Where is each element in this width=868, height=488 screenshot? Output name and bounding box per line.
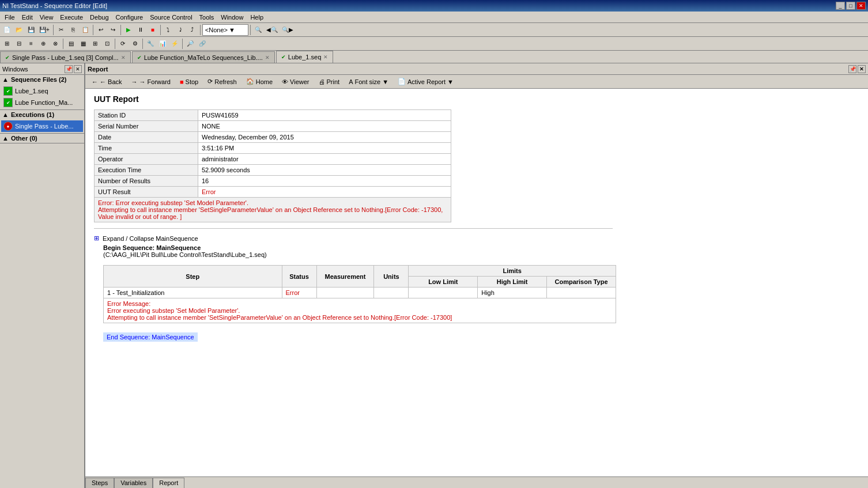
tab-lube-function-icon: ✔ (137, 55, 142, 60)
tab-lube1-close[interactable]: ✕ (323, 54, 328, 60)
seq-file-lube-function[interactable]: ✔ Lube Function_Ma... (1, 97, 83, 108)
report-pin-button[interactable]: 📌 (848, 65, 856, 73)
menu-configure[interactable]: Configure (112, 13, 147, 22)
toolbar-1: 📄 📂 💾 💾+ ✂ ⎘ 📋 ↩ ↪ ▶ ⏸ ■ ⤵ ⤸ ⤴ <None> ▼ … (0, 23, 868, 37)
toolbar2-btn11[interactable]: ⚙ (129, 38, 141, 50)
toolbar2-btn8[interactable]: ⊞ (89, 38, 101, 50)
paste-button[interactable]: 📋 (80, 24, 91, 36)
menu-file[interactable]: File (1, 13, 18, 22)
forward-arrow-icon: → (131, 78, 138, 85)
refresh-button[interactable]: ⟳ Refresh (203, 76, 241, 88)
execution-type-dropdown[interactable]: <None> ▼ (202, 24, 248, 36)
title-bar-controls[interactable]: _ □ ✕ (836, 2, 866, 10)
toolbar2-btn16[interactable]: 🔗 (197, 38, 208, 50)
toolbar2-btn12[interactable]: 🔧 (145, 38, 156, 50)
run-button[interactable]: ▶ (123, 24, 134, 36)
toolbar2-btn13[interactable]: 📊 (157, 38, 168, 50)
toolbar2-btn7[interactable]: ▦ (77, 38, 89, 50)
table-row-num-results: Number of Results 16 (95, 176, 451, 187)
toolbar2-btn5[interactable]: ⊗ (50, 38, 61, 50)
step-in-button[interactable]: ⤵ (163, 24, 174, 36)
tab-single-pass-close[interactable]: ✕ (121, 55, 126, 60)
find-next-button[interactable]: 🔍▶ (280, 24, 295, 36)
table-row-uut-result: UUT Result Error (95, 187, 451, 198)
executions-header[interactable]: ▲ Executions (1) (0, 110, 84, 119)
executions-content: ● Single Pass - Lube... (0, 119, 84, 133)
menu-window[interactable]: Window (217, 13, 247, 22)
find-button[interactable]: 🔍 (252, 24, 264, 36)
menu-view[interactable]: View (36, 13, 57, 22)
menu-tools[interactable]: Tools (196, 13, 218, 22)
menu-edit[interactable]: Edit (18, 13, 36, 22)
step-high-limit-test-init: High (478, 287, 547, 298)
new-button[interactable]: 📄 (1, 24, 13, 36)
insert-step-button[interactable]: ⊞ (1, 38, 13, 50)
step-out-button[interactable]: ⤴ (187, 24, 198, 36)
expand-collapse-button[interactable]: ⊞ (94, 234, 99, 242)
open-button[interactable]: 📂 (13, 24, 25, 36)
font-size-arrow-icon: ▼ (382, 78, 388, 85)
home-button[interactable]: 🏠 Home (242, 76, 277, 88)
sequence-files-content: ✔ Lube_1.seq ✔ Lube Function_Ma... (0, 84, 84, 109)
error-message-line2: Attempting to call instance member 'SetS… (98, 206, 447, 220)
error-message-label: Error Message: (107, 300, 150, 307)
step-over-button[interactable]: ⤸ (175, 24, 186, 36)
tab-steps[interactable]: Steps (85, 478, 114, 488)
cut-button[interactable]: ✂ (55, 24, 67, 36)
save-button[interactable]: 💾 (25, 24, 37, 36)
tab-report[interactable]: Report (153, 478, 184, 488)
insert-step-type-button[interactable]: ⊟ (13, 38, 25, 50)
menu-help[interactable]: Help (247, 13, 267, 22)
back-button[interactable]: ← ← Back (88, 76, 126, 88)
tab-lube1[interactable]: ✔ Lube_1.seq ✕ (276, 51, 334, 63)
toolbar2-btn6[interactable]: ▤ (65, 38, 77, 50)
end-sequence-container: End Sequence: MainSequence (103, 328, 859, 342)
report-toolbar: ← ← Back → → Forward ■ Stop ⟳ Refresh 🏠 … (85, 75, 868, 89)
viewer-button[interactable]: 👁 Viewer (278, 76, 313, 88)
operator-label: Operator (95, 154, 198, 165)
save-all-button[interactable]: 💾+ (37, 24, 51, 36)
tab-single-pass[interactable]: ✔ Single Pass - Lube_1.seq [3] Compl... … (0, 51, 131, 63)
active-report-button[interactable]: 📄 Active Report ▼ (394, 76, 458, 88)
maximize-button[interactable]: □ (846, 2, 855, 10)
toolbar2-btn14[interactable]: ⚡ (169, 38, 180, 50)
stop-button[interactable]: ■ (147, 24, 158, 36)
executions-section: ▲ Executions (1) ● Single Pass - Lube... (0, 110, 84, 134)
minimize-button[interactable]: _ (836, 2, 845, 10)
sequence-files-header[interactable]: ▲ Sequence Files (2) (0, 75, 84, 84)
menu-debug[interactable]: Debug (86, 13, 112, 22)
other-section: ▲ Other (0) (0, 134, 84, 143)
windows-pin-button[interactable]: 📌 (65, 65, 73, 73)
toolbar-2: ⊞ ⊟ ≡ ⊕ ⊗ ▤ ▦ ⊞ ⊡ ⟳ ⚙ 🔧 📊 ⚡ 🔎 🔗 (0, 37, 868, 51)
stop-button[interactable]: ■ Stop (176, 76, 202, 88)
report-close-button[interactable]: ✕ (858, 65, 866, 73)
tab-lube-function[interactable]: ✔ Lube Function_MaTeLo Sequences_Lib....… (132, 51, 275, 63)
toolbar2-btn4[interactable]: ⊕ (37, 38, 49, 50)
find-prev-button[interactable]: ◀🔍 (265, 24, 280, 36)
seq-file-lube1[interactable]: ✔ Lube_1.seq (1, 85, 83, 97)
menu-source-control[interactable]: Source Control (146, 13, 195, 22)
close-button[interactable]: ✕ (856, 2, 866, 10)
copy-button[interactable]: ⎘ (67, 24, 79, 36)
error-message-line1: Error: Error executing substep 'Set Mode… (98, 199, 447, 206)
print-button[interactable]: 🖨 Print (315, 76, 344, 88)
num-results-label: Number of Results (95, 176, 198, 187)
redo-button[interactable]: ↪ (107, 24, 119, 36)
execution-single-pass[interactable]: ● Single Pass - Lube... (1, 120, 83, 132)
toolbar2-btn9[interactable]: ⊡ (101, 38, 113, 50)
sequence-button[interactable]: ≡ (25, 38, 37, 50)
execution-type-label: <None> (205, 27, 228, 33)
toolbar2-btn10[interactable]: ⟳ (117, 38, 129, 50)
uut-info-table: Station ID PUSW41659 Serial Number NONE … (94, 109, 451, 222)
menu-execute[interactable]: Execute (56, 13, 86, 22)
forward-button[interactable]: → → Forward (127, 76, 175, 88)
tab-variables[interactable]: Variables (114, 478, 153, 488)
font-size-button[interactable]: A Font size ▼ (345, 76, 393, 88)
pause-button[interactable]: ⏸ (135, 24, 146, 36)
tab-lube-function-close[interactable]: ✕ (265, 55, 270, 60)
windows-close-button[interactable]: ✕ (74, 65, 82, 73)
font-size-icon: A (349, 78, 353, 85)
toolbar2-btn15[interactable]: 🔎 (184, 38, 196, 50)
other-header[interactable]: ▲ Other (0) (0, 134, 84, 143)
undo-button[interactable]: ↩ (95, 24, 107, 36)
